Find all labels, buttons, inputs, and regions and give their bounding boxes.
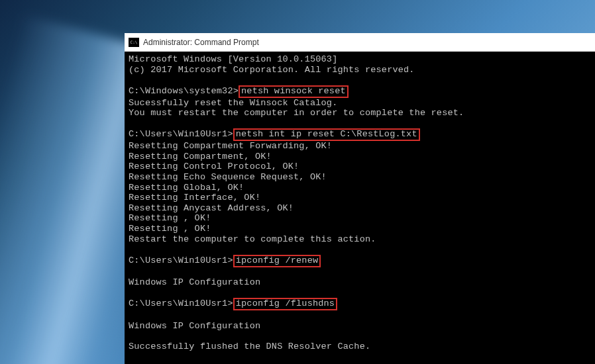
output-line: Resetting , OK! xyxy=(129,213,211,223)
output-line: Resetting , OK! xyxy=(129,224,211,234)
command-1-highlight: netsh winsock reset xyxy=(239,85,349,98)
output-line: Windows IP Configuration xyxy=(129,277,260,287)
output-line: Resetting Compartment, OK! xyxy=(129,152,272,161)
output-line: Restart the computer to complete this ac… xyxy=(129,234,376,244)
output-line: Resetting Control Protocol, OK! xyxy=(129,161,299,171)
terminal-output[interactable]: Microsoft Windows [Version 10.0.15063] (… xyxy=(125,52,595,364)
output-line: Resetting Interface, OK! xyxy=(129,193,260,203)
cmd-icon xyxy=(129,38,139,47)
prompt-2: C:\Users\Win10Usr1> xyxy=(129,129,233,139)
output-line: Resetting Compartment Forwarding, OK! xyxy=(129,141,332,151)
prompt-3: C:\Users\Win10Usr1> xyxy=(129,255,233,265)
copyright-line: (c) 2017 Microsoft Corporation. All righ… xyxy=(129,65,415,75)
command-prompt-window: Administrator: Command Prompt Microsoft … xyxy=(125,33,595,364)
window-title: Administrator: Command Prompt xyxy=(143,38,259,47)
output-line: Resetting Echo Sequence Request, OK! xyxy=(129,172,327,182)
output-line: Resetting Anycast Address, OK! xyxy=(129,203,294,213)
version-line: Microsoft Windows [Version 10.0.15063] xyxy=(129,54,337,64)
output-line: Windows IP Configuration xyxy=(129,321,260,331)
command-4-highlight: ipconfig /flushdns xyxy=(233,298,337,310)
output-line: Resetting Global, OK! xyxy=(129,183,244,193)
command-2-highlight: netsh int ip reset C:\RestLog.txt xyxy=(233,128,420,141)
output-line: Sucessfully reset the Winsock Catalog. xyxy=(129,98,337,108)
command-3-highlight: ipconfig /renew xyxy=(233,255,321,267)
titlebar[interactable]: Administrator: Command Prompt xyxy=(125,33,595,52)
output-line: You must restart the computer in order t… xyxy=(129,108,464,118)
prompt-1: C:\Windows\system32> xyxy=(129,86,239,96)
output-line: Successfully flushed the DNS Resolver Ca… xyxy=(129,341,370,351)
prompt-4: C:\Users\Win10Usr1> xyxy=(129,298,233,308)
